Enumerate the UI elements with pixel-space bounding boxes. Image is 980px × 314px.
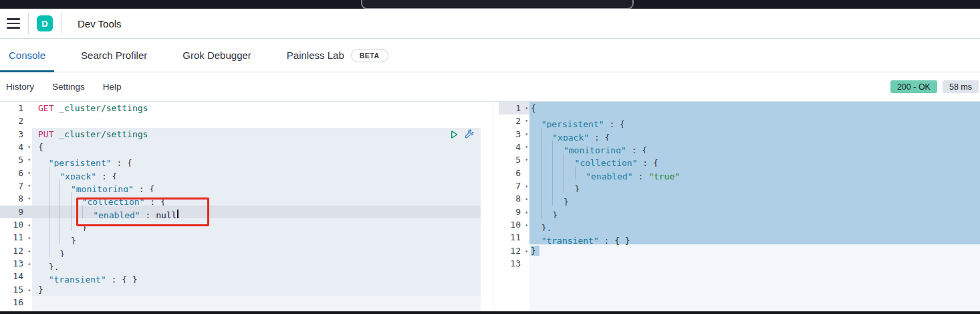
code-line[interactable]: 15▴} (0, 283, 493, 296)
code-line[interactable]: 10▴}, (499, 218, 980, 231)
tab-painless-lab[interactable]: Painless Lab BETA (278, 39, 397, 72)
gutter-line-number[interactable]: 13▴ (0, 257, 32, 270)
code-line[interactable]: 5▾"persistent" : { (0, 153, 493, 166)
fold-toggle-icon[interactable]: ▴ (525, 179, 528, 192)
gutter-line-number[interactable]: 4▾ (0, 141, 32, 153)
fold-toggle-icon[interactable]: ▴ (525, 244, 528, 257)
gutter-line-number[interactable]: 6▾ (0, 167, 32, 179)
panel-divider[interactable] (493, 102, 499, 311)
fold-toggle-icon[interactable]: ▴ (27, 244, 31, 257)
fold-toggle-icon[interactable]: ▾ (525, 153, 528, 166)
code-line[interactable]: 8▴} (499, 192, 980, 205)
code-line[interactable]: 16 (0, 296, 493, 309)
gutter-line-number[interactable]: 12▴ (499, 244, 529, 257)
gutter-line-number[interactable]: 7▾ (0, 179, 32, 192)
gutter-line-number[interactable]: 1 (0, 102, 32, 114)
line-number: 1 (0, 102, 32, 114)
fold-toggle-icon[interactable]: ▾ (27, 179, 31, 192)
indent-guide (541, 192, 553, 205)
gutter-line-number[interactable]: 8▴ (499, 192, 529, 205)
indent-guide (564, 179, 575, 192)
fold-toggle-icon[interactable]: ▴ (27, 218, 31, 231)
fold-toggle-icon[interactable]: ▾ (27, 167, 31, 179)
fold-toggle-icon[interactable]: ▴ (525, 206, 528, 218)
gutter-line-number[interactable]: 10▴ (499, 218, 529, 231)
fold-toggle-icon[interactable]: ▴ (27, 231, 31, 244)
gutter-line-number[interactable]: 17 (0, 309, 32, 311)
gutter-line-number[interactable]: 5▾ (499, 153, 529, 166)
gutter-line-number[interactable]: 7▴ (499, 179, 529, 192)
gutter-line-number[interactable]: 15▴ (0, 283, 32, 296)
code-line[interactable]: 2 (0, 114, 493, 127)
gutter-line-number[interactable]: 9 (0, 206, 32, 218)
gutter-line-number[interactable]: 4▾ (499, 141, 529, 153)
code-line[interactable]: 1GET _cluster/settings (0, 102, 493, 114)
code-line[interactable]: 4▾{ (0, 141, 493, 153)
fold-toggle-icon[interactable]: ▾ (27, 141, 31, 153)
code-line-content (32, 296, 481, 309)
wrench-icon[interactable] (464, 129, 475, 140)
code-line[interactable]: 13 (499, 257, 980, 270)
gutter-line-number[interactable]: 3 (0, 128, 32, 141)
response-viewer[interactable]: 1▾{2▾"persistent" : {3▾"xpack" : {4▾"mon… (499, 102, 980, 311)
gutter-line-number[interactable]: 13 (499, 257, 529, 270)
fold-toggle-icon[interactable]: ▴ (27, 257, 31, 270)
code-line[interactable]: 6"enabled" : "true" (499, 167, 980, 179)
dev-tools-logo[interactable]: D (37, 15, 53, 31)
tab-grok-debugger[interactable]: Grok Debugger (174, 39, 260, 72)
gutter-line-number[interactable]: 11▴ (0, 231, 32, 244)
gutter-line-number[interactable]: 6 (499, 167, 529, 179)
browser-address-bar[interactable] (361, 0, 634, 9)
code-line[interactable]: 2▾"persistent" : { (499, 114, 980, 127)
fold-toggle-icon[interactable]: ▾ (525, 102, 528, 114)
code-line[interactable]: 10▴} (0, 218, 493, 231)
gutter-line-number[interactable]: 9▴ (499, 206, 529, 218)
code-line[interactable]: 12▴} (0, 244, 493, 257)
code-line[interactable]: 8▾"collection" : { (0, 192, 493, 205)
tab-search-profiler[interactable]: Search Profiler (72, 39, 156, 72)
code-line[interactable]: 7▾"monitoring" : { (0, 179, 493, 192)
fold-toggle-icon[interactable]: ▴ (525, 218, 528, 231)
fold-toggle-icon[interactable]: ▾ (525, 141, 528, 153)
line-number: 11 (499, 231, 529, 244)
code-line[interactable]: 3▾"xpack" : { (499, 128, 980, 141)
code-line[interactable]: 9"enabled" : null (0, 206, 493, 218)
gutter-line-number[interactable]: 8▾ (0, 192, 32, 205)
code-line[interactable]: 1▾{ (499, 102, 980, 114)
send-request-icon[interactable] (449, 129, 459, 140)
menu-icon[interactable] (7, 18, 20, 29)
code-line[interactable]: 17 (0, 309, 493, 311)
code-line[interactable]: 7▴} (499, 179, 980, 192)
fold-toggle-icon[interactable]: ▾ (27, 153, 31, 166)
gutter-line-number[interactable]: 11 (499, 231, 529, 244)
code-line[interactable]: 11▴} (0, 231, 493, 244)
menu-help[interactable]: Help (103, 82, 122, 92)
menu-history[interactable]: History (6, 82, 34, 92)
code-line[interactable]: 9▴} (499, 206, 980, 218)
fold-toggle-icon[interactable]: ▴ (27, 283, 31, 296)
gutter-line-number[interactable]: 3▾ (499, 128, 529, 141)
fold-toggle-icon[interactable]: ▾ (525, 114, 528, 127)
gutter-line-number[interactable]: 1▾ (499, 102, 529, 114)
code-line[interactable]: 4▾"monitoring" : { (499, 141, 980, 153)
fold-toggle-icon[interactable]: ▾ (27, 192, 31, 205)
request-editor[interactable]: 1GET _cluster/settings23PUT _cluster/set… (0, 102, 493, 311)
code-line[interactable]: 6▾"xpack" : { (0, 167, 493, 179)
code-line[interactable]: 14"transient" : { } (0, 270, 493, 283)
gutter-line-number[interactable]: 2 (0, 114, 32, 127)
gutter-line-number[interactable]: 5▾ (0, 153, 32, 166)
code-line[interactable]: 13▴}, (0, 257, 493, 270)
gutter-line-number[interactable]: 12▴ (0, 244, 32, 257)
code-line[interactable]: 11"transient" : { } (499, 231, 980, 244)
tab-console[interactable]: Console (0, 39, 54, 72)
code-line[interactable]: 5▾"collection" : { (499, 153, 980, 166)
gutter-line-number[interactable]: 2▾ (499, 114, 529, 127)
menu-settings[interactable]: Settings (52, 82, 85, 92)
fold-toggle-icon[interactable]: ▾ (525, 128, 528, 141)
code-line[interactable]: 3PUT _cluster/settings (0, 128, 493, 141)
gutter-line-number[interactable]: 14 (0, 270, 32, 283)
gutter-line-number[interactable]: 10▴ (0, 218, 32, 231)
gutter-line-number[interactable]: 16 (0, 296, 32, 309)
fold-toggle-icon[interactable]: ▴ (525, 192, 528, 205)
code-line[interactable]: 12▴} (499, 244, 980, 257)
